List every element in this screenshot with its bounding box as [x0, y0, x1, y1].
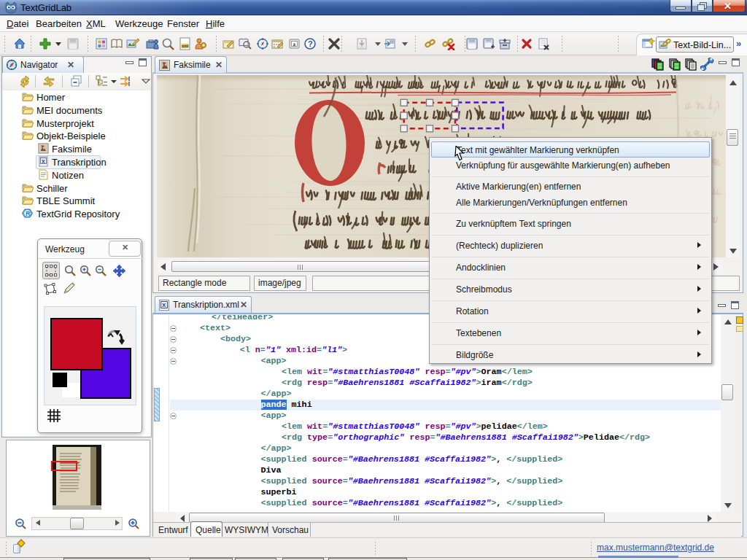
svg-text:X: X	[162, 302, 166, 308]
svg-text:xml: xml	[182, 44, 189, 48]
svg-text:ä: ä	[293, 42, 296, 47]
svg-text:?: ?	[308, 39, 313, 48]
